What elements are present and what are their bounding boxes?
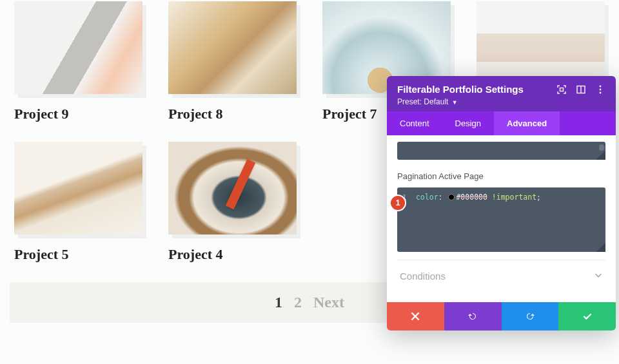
panel-tabs: Content Design Advanced bbox=[387, 111, 616, 135]
svg-point-3 bbox=[600, 85, 602, 87]
tab-advanced[interactable]: Advanced bbox=[494, 111, 560, 135]
panel-body: Pagination Active Page 1 color: #000000 … bbox=[387, 142, 616, 302]
project-title[interactable]: Project 5 bbox=[14, 246, 142, 263]
settings-panel: Filterable Portfolio Settings Preset: De… bbox=[387, 76, 616, 330]
color-swatch-icon bbox=[448, 194, 455, 200]
css-property: color bbox=[416, 193, 438, 202]
project-thumbnail[interactable] bbox=[14, 1, 142, 94]
svg-point-4 bbox=[600, 88, 602, 90]
css-editor-collapsed[interactable] bbox=[397, 142, 605, 160]
save-button[interactable] bbox=[558, 302, 616, 330]
scrollbar[interactable] bbox=[599, 144, 604, 151]
tab-design[interactable]: Design bbox=[442, 111, 494, 135]
preset-selector[interactable]: Preset: Default ▼ bbox=[397, 97, 605, 106]
svg-point-5 bbox=[600, 91, 602, 93]
annotation-badge: 1 bbox=[391, 196, 405, 210]
undo-button[interactable] bbox=[444, 302, 502, 330]
redo-button[interactable] bbox=[502, 302, 559, 330]
project-title[interactable]: Project 4 bbox=[168, 246, 297, 263]
code-line: 1 color: #000000 !important; bbox=[402, 191, 600, 204]
more-icon[interactable] bbox=[595, 84, 605, 95]
preset-value: Default bbox=[424, 97, 448, 106]
project-title[interactable]: Project 8 bbox=[168, 106, 297, 122]
columns-icon[interactable] bbox=[576, 84, 586, 95]
caret-down-icon: ▼ bbox=[452, 99, 458, 106]
css-important: !important bbox=[492, 193, 536, 202]
portfolio-item[interactable]: Project 8 bbox=[168, 1, 297, 122]
panel-title: Filterable Portfolio Settings bbox=[397, 84, 524, 95]
pagination-page-2[interactable]: 2 bbox=[294, 294, 302, 311]
css-hex-value: #000000 bbox=[456, 193, 487, 202]
project-title[interactable]: Project 9 bbox=[14, 106, 142, 122]
tab-content[interactable]: Content bbox=[387, 111, 442, 135]
portfolio-item[interactable]: Project 4 bbox=[168, 142, 297, 263]
resize-handle[interactable] bbox=[596, 151, 605, 160]
panel-footer bbox=[387, 302, 616, 330]
pagination-next[interactable]: Next bbox=[313, 294, 344, 311]
section-label: Pagination Active Page bbox=[397, 171, 605, 181]
project-thumbnail[interactable] bbox=[168, 142, 297, 235]
chevron-down-icon bbox=[594, 271, 603, 282]
css-colon: : bbox=[438, 193, 443, 202]
project-thumbnail[interactable] bbox=[14, 142, 142, 235]
portfolio-item[interactable]: Project 5 bbox=[14, 142, 142, 263]
project-thumbnail[interactable] bbox=[168, 1, 297, 94]
panel-header-icons bbox=[556, 84, 605, 95]
focus-icon[interactable] bbox=[556, 84, 567, 95]
conditions-section[interactable]: Conditions bbox=[397, 260, 605, 292]
css-semicolon: ; bbox=[536, 193, 541, 202]
css-editor[interactable]: 1 color: #000000 !important; bbox=[397, 187, 605, 252]
svg-rect-0 bbox=[560, 88, 564, 91]
resize-handle[interactable] bbox=[596, 243, 605, 252]
cancel-button[interactable] bbox=[387, 302, 444, 330]
preset-label: Preset: bbox=[397, 97, 422, 106]
pagination-page-1[interactable]: 1 bbox=[275, 294, 282, 311]
conditions-label: Conditions bbox=[400, 271, 446, 282]
portfolio-item[interactable]: Project 9 bbox=[14, 1, 142, 122]
panel-header[interactable]: Filterable Portfolio Settings Preset: De… bbox=[387, 76, 616, 111]
